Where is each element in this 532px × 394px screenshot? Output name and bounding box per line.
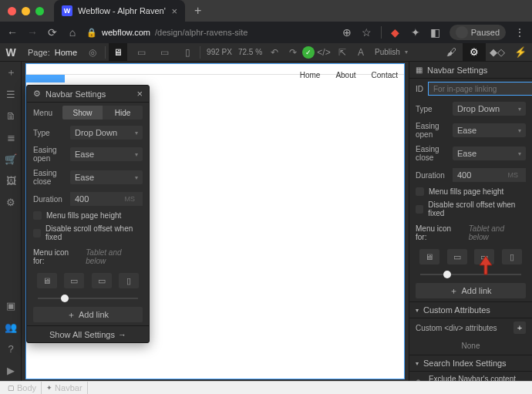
- browser-tab[interactable]: W Webflow - Alphr Raven's Site ×: [54, 0, 185, 22]
- code-icon[interactable]: </>: [315, 43, 333, 62]
- show-button[interactable]: Show: [62, 106, 103, 120]
- device-mobile-icon[interactable]: ▯: [502, 249, 522, 264]
- new-tab-button[interactable]: +: [194, 4, 201, 18]
- search-icon[interactable]: 👥: [0, 316, 22, 338]
- fp-disable-scroll-checkbox[interactable]: Disable scroll offset when fixed: [27, 222, 149, 244]
- profile-paused[interactable]: Paused: [450, 25, 506, 40]
- canvas-width[interactable]: 992 PX: [204, 48, 235, 56]
- mac-minimize[interactable]: [22, 7, 30, 15]
- fp-easing-close-select[interactable]: Ease▾: [70, 170, 143, 184]
- cms-icon[interactable]: ≣: [0, 126, 22, 148]
- style-tab-icon[interactable]: 🖌: [439, 43, 463, 62]
- slider-thumb[interactable]: [61, 295, 69, 302]
- forward-button[interactable]: →: [26, 26, 39, 39]
- add-element-icon[interactable]: ＋: [0, 62, 22, 83]
- navbar-icon: ▦: [416, 66, 423, 74]
- pages-icon[interactable]: 🗎: [0, 105, 22, 126]
- custom-attributes-section[interactable]: ▾ Custom Attributes: [409, 301, 532, 318]
- canvas-navbar[interactable]: Home About Contact: [26, 64, 404, 75]
- breadcrumb-bar: ▢ Body ✦ Navbar: [0, 381, 532, 394]
- assets-icon[interactable]: 🖼: [0, 170, 22, 191]
- navigator-icon[interactable]: ☰: [0, 83, 22, 105]
- show-all-settings-button[interactable]: Show All Settings →: [27, 325, 149, 342]
- audit-rail-icon[interactable]: ▣: [0, 295, 22, 316]
- ext-icon-2[interactable]: ◧: [429, 26, 442, 39]
- breadcrumb-navbar[interactable]: ✦ Navbar: [42, 382, 87, 394]
- close-icon[interactable]: ×: [136, 88, 143, 99]
- device-mobile-landscape-icon[interactable]: ▭: [92, 273, 112, 288]
- export-icon[interactable]: ⇱: [333, 43, 352, 62]
- settings-icon[interactable]: ⚙: [0, 191, 22, 213]
- preview-icon[interactable]: ◎: [83, 43, 102, 62]
- nav-link-contact[interactable]: Contact: [372, 71, 398, 79]
- mac-close[interactable]: [8, 7, 16, 15]
- fp-easing-open-select[interactable]: Ease▾: [70, 147, 143, 161]
- device-mobile-icon[interactable]: ▯: [119, 273, 139, 288]
- interactions-tab-icon[interactable]: ⚡: [509, 43, 532, 62]
- nav-link-home[interactable]: Home: [300, 71, 321, 79]
- menu-icon[interactable]: ⋮: [513, 26, 526, 39]
- settings-tab-icon[interactable]: ⚙: [463, 43, 486, 62]
- settings-panel-header: ▦ Navbar Settings: [409, 62, 532, 79]
- audit-icon[interactable]: A: [352, 43, 370, 62]
- device-tablet-icon[interactable]: ▭: [64, 273, 84, 288]
- exclude-navbar-toggle[interactable]: Exclude Navbar's content from site searc…: [409, 372, 532, 381]
- mobile-landscape-icon[interactable]: ▭: [155, 43, 173, 62]
- canvas-zoom[interactable]: 72.5 %: [235, 48, 265, 56]
- selection-handle[interactable]: [26, 75, 65, 83]
- floating-panel-header[interactable]: ⚙ Navbar Settings ×: [27, 86, 149, 103]
- slider-thumb[interactable]: [443, 271, 451, 278]
- mobile-icon[interactable]: ▯: [178, 43, 197, 62]
- add-link-button[interactable]: ＋ Add link: [416, 283, 526, 298]
- page-selector[interactable]: Page: Home: [22, 48, 83, 57]
- desktop-icon[interactable]: 🖥: [109, 43, 127, 62]
- help-icon[interactable]: ?: [0, 338, 22, 359]
- device-desktop-icon[interactable]: 🖥: [419, 249, 439, 264]
- reload-button[interactable]: ⟳: [46, 26, 59, 39]
- undo-icon[interactable]: ↶: [265, 43, 284, 62]
- search-index-section[interactable]: ▾ Search Index Settings: [409, 355, 532, 372]
- fp-type-select[interactable]: Drop Down▾: [70, 126, 143, 140]
- hide-button[interactable]: Hide: [103, 106, 143, 120]
- fp-add-link-button[interactable]: ＋ Add link: [33, 307, 143, 322]
- fp-type-label: Type: [33, 129, 66, 137]
- tablet-icon[interactable]: ▭: [132, 43, 150, 62]
- mac-zoom[interactable]: [35, 7, 44, 15]
- ecommerce-icon[interactable]: 🛒: [0, 148, 22, 170]
- fp-easing-close-label: Easing close: [33, 169, 66, 186]
- menu-fills-checkbox[interactable]: Menu fills page height: [409, 185, 532, 198]
- fp-menu-fills-checkbox[interactable]: Menu fills page height: [27, 209, 149, 222]
- home-button[interactable]: ⌂: [66, 26, 79, 39]
- video-icon[interactable]: ▶: [0, 359, 22, 381]
- tab-close-icon[interactable]: ×: [171, 5, 177, 17]
- fp-duration-input[interactable]: 400MS: [70, 192, 143, 206]
- fp-breakpoint-slider[interactable]: [38, 295, 138, 302]
- extensions-group: ⊕ ☆ ◆ ✦ ◧ Paused ⋮: [341, 25, 526, 40]
- back-button[interactable]: ←: [6, 26, 19, 39]
- type-label: Type: [416, 105, 448, 113]
- duration-input[interactable]: 400MS: [453, 168, 526, 182]
- canvas-nav-links: Home About Contact: [300, 64, 398, 86]
- extensions-icon[interactable]: ✦: [409, 26, 422, 39]
- device-desktop-icon[interactable]: 🖥: [37, 273, 57, 288]
- status-ok-icon[interactable]: ✓: [302, 46, 315, 59]
- breakpoint-slider[interactable]: [420, 271, 521, 278]
- webflow-logo[interactable]: W: [0, 43, 22, 62]
- install-icon[interactable]: ⊕: [341, 26, 353, 39]
- nav-link-about[interactable]: About: [335, 71, 355, 79]
- id-input[interactable]: [428, 82, 532, 96]
- type-select[interactable]: Drop Down▾: [453, 102, 526, 116]
- address-bar[interactable]: 🔒 webflow.com/design/alphr-ravens-site: [86, 24, 333, 41]
- publish-button[interactable]: Publish: [370, 48, 405, 56]
- breadcrumb-body[interactable]: ▢ Body: [3, 382, 42, 394]
- add-attribute-button[interactable]: +: [513, 322, 526, 334]
- redo-icon[interactable]: ↷: [284, 43, 302, 62]
- easing-open-select[interactable]: Ease▾: [453, 123, 526, 137]
- star-icon[interactable]: ☆: [361, 26, 373, 39]
- disable-scroll-checkbox[interactable]: Disable scroll offset when fixed: [409, 198, 532, 220]
- gear-icon: ⚙: [33, 89, 41, 99]
- styleman-tab-icon[interactable]: ◆◇: [486, 43, 509, 62]
- ext-icon-1[interactable]: ◆: [389, 26, 402, 39]
- device-tablet-icon[interactable]: ▭: [447, 249, 467, 264]
- easing-close-select[interactable]: Ease▾: [453, 146, 526, 160]
